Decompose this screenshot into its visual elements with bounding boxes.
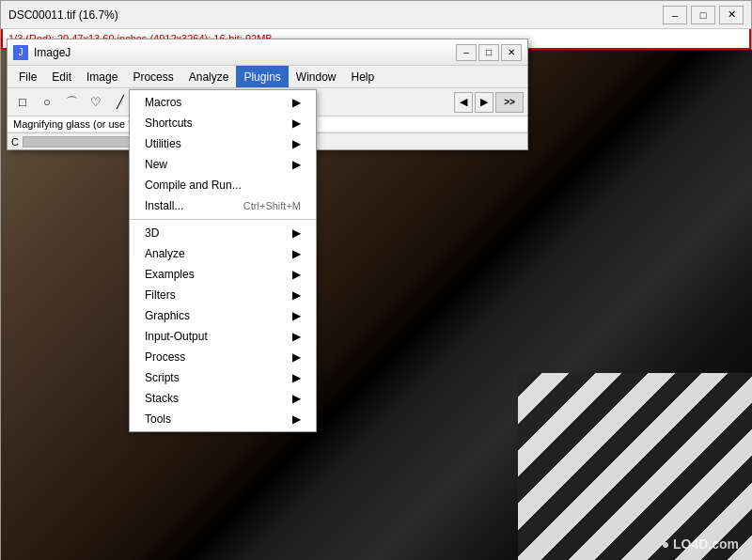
arrow-icon: ▶ — [292, 392, 301, 405]
tool-rectangle[interactable]: □ — [11, 91, 34, 114]
arrow-icon: ▶ — [292, 226, 301, 240]
arrow-icon: ▶ — [292, 330, 301, 343]
menu-utilities[interactable]: Utilities ▶ — [130, 133, 316, 154]
imagej-close-button[interactable]: ✕ — [501, 44, 522, 61]
menu-file[interactable]: File — [11, 66, 44, 87]
stripes-decoration — [518, 373, 752, 560]
menu-stacks[interactable]: Stacks ▶ — [130, 388, 316, 409]
arrow-icon: ▶ — [292, 288, 301, 302]
arrow-icon: ▶ — [292, 309, 301, 322]
close-button[interactable]: ✕ — [719, 6, 744, 24]
toolbar-back-button[interactable]: ◀ — [454, 92, 473, 113]
menu-shortcuts[interactable]: Shortcuts ▶ — [130, 113, 316, 133]
install-shortcut: Ctrl+Shift+M — [243, 200, 301, 211]
menu-analyze-sub[interactable]: Analyze ▶ — [130, 243, 316, 264]
arrow-icon: ▶ — [292, 158, 301, 171]
arrow-icon: ▶ — [292, 137, 301, 150]
outer-titlebar: DSC00011.tif (16.7%) – □ ✕ — [1, 1, 751, 29]
imagej-window-controls: – □ ✕ — [456, 44, 522, 61]
arrow-icon: ▶ — [292, 350, 301, 364]
toolbar-more-button[interactable]: >> — [495, 92, 524, 113]
arrow-icon: ▶ — [292, 96, 301, 109]
arrow-icon: ▶ — [292, 268, 301, 281]
menu-filters[interactable]: Filters ▶ — [130, 285, 316, 305]
watermark-text: ● LO4D.com — [662, 537, 739, 552]
toolbar-forward-button[interactable]: ▶ — [475, 92, 494, 113]
menu-graphics[interactable]: Graphics ▶ — [130, 305, 316, 326]
outer-window: DSC00011.tif (16.7%) – □ ✕ 1/3 (Red); 20… — [0, 0, 752, 560]
minimize-button[interactable]: – — [663, 6, 687, 24]
imagej-maximize-button[interactable]: □ — [478, 44, 499, 61]
menu-tools[interactable]: Tools ▶ — [130, 409, 316, 429]
menu-input-output[interactable]: Input-Output ▶ — [130, 326, 316, 347]
menu-new[interactable]: New ▶ — [130, 154, 316, 175]
menu-help[interactable]: Help — [344, 66, 383, 87]
arrow-icon: ▶ — [292, 371, 301, 384]
arrow-icon: ▶ — [292, 247, 301, 260]
toolbar-right: ◀ ▶ >> — [454, 92, 524, 113]
menu-plugins[interactable]: Plugins — [236, 66, 288, 87]
tool-freehand[interactable]: ♡ — [85, 91, 107, 114]
menu-analyze[interactable]: Analyze — [181, 66, 237, 87]
menu-separator — [130, 219, 316, 220]
menu-edit[interactable]: Edit — [44, 66, 79, 87]
imagej-menubar: File Edit Image Process Analyze Plugins … — [8, 66, 527, 88]
arrow-icon: ▶ — [292, 117, 301, 130]
maximize-button[interactable]: □ — [691, 6, 715, 24]
imagej-titlebar: J ImageJ – □ ✕ — [8, 39, 527, 66]
imagej-minimize-button[interactable]: – — [456, 44, 477, 61]
imagej-window-title: ImageJ — [34, 46, 456, 59]
arrow-icon: ▶ — [292, 412, 301, 426]
menu-examples[interactable]: Examples ▶ — [130, 264, 316, 285]
outer-window-title: DSC00011.tif (16.7%) — [8, 8, 663, 22]
tool-oval[interactable]: ○ — [36, 91, 58, 114]
window-controls: – □ ✕ — [663, 6, 744, 24]
tool-polygon[interactable]: ⌒ — [60, 91, 83, 114]
menu-process-sub[interactable]: Process ▶ — [130, 347, 316, 367]
plugins-dropdown-menu: Macros ▶ Shortcuts ▶ Utilities ▶ New ▶ C… — [129, 89, 317, 432]
bottom-status-label: C — [11, 136, 19, 148]
menu-process[interactable]: Process — [125, 66, 180, 87]
menu-window[interactable]: Window — [289, 66, 344, 87]
menu-image[interactable]: Image — [79, 66, 125, 87]
imagej-icon: J — [13, 45, 28, 60]
menu-compile-run[interactable]: Compile and Run... — [130, 175, 316, 195]
menu-scripts[interactable]: Scripts ▶ — [130, 367, 316, 388]
menu-install[interactable]: Install... Ctrl+Shift+M — [130, 195, 316, 216]
menu-macros[interactable]: Macros ▶ — [130, 92, 316, 113]
menu-3d[interactable]: 3D ▶ — [130, 223, 316, 243]
